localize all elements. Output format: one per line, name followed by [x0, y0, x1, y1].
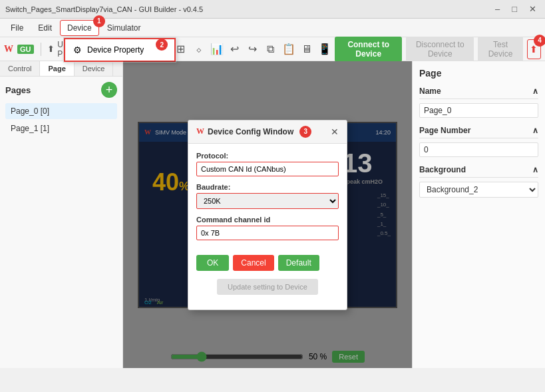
- app-title: Switch_Pages_SmartDisplay7via_CAN - GUI …: [5, 5, 203, 13]
- pages-title: Pages: [5, 85, 31, 95]
- protocol-input[interactable]: [196, 162, 339, 176]
- gu-logo: GU: [17, 45, 34, 54]
- device-property-badge: 2: [156, 39, 168, 51]
- tabs-row: Control Page Device: [0, 61, 122, 77]
- device-property-label: Device Property: [87, 45, 144, 55]
- protocol-label: Protocol:: [196, 152, 339, 160]
- chevron-up-icon3: ∧: [532, 165, 538, 174]
- redo-btn[interactable]: ↪: [245, 39, 260, 59]
- window-controls: – □ ✕: [492, 3, 540, 15]
- screen-btn[interactable]: 🖥: [299, 39, 314, 59]
- right-panel-title: Page: [419, 68, 538, 79]
- chevron-up-icon2: ∧: [532, 126, 538, 135]
- name-label: Name: [419, 87, 441, 96]
- background-section: Background ∧ Background_2 Background_1 B…: [419, 165, 538, 198]
- modal-body: Protocol: Baudrate: 250K 500K 1M 125K Co…: [188, 144, 347, 255]
- page-number-header: Page Number ∧: [419, 126, 538, 138]
- menu-file[interactable]: File: [4, 21, 30, 35]
- right-panel: Page Name ∧ Page Number ∧ Background ∧ B…: [412, 61, 545, 368]
- upload-icon: ⬆: [47, 44, 55, 54]
- screen2-btn[interactable]: 📱: [317, 39, 332, 59]
- name-input[interactable]: [419, 103, 538, 118]
- modal-footer: OK Cancel Default: [188, 255, 347, 279]
- page-number-input[interactable]: [419, 142, 538, 157]
- main-layout: Control Page Device Pages + Page_0 [0] P…: [0, 61, 545, 368]
- title-bar: Switch_Pages_SmartDisplay7via_CAN - GUI …: [0, 0, 545, 19]
- device-property-item[interactable]: ⚙ Device Property 2: [64, 38, 176, 62]
- minimize-button[interactable]: –: [492, 3, 503, 15]
- page-number-section: Page Number ∧: [419, 126, 538, 157]
- chart-icon-btn[interactable]: 📊: [209, 39, 224, 59]
- left-panel: Control Page Device Pages + Page_0 [0] P…: [0, 61, 123, 368]
- tab-device[interactable]: Device: [75, 61, 114, 76]
- device-dropdown: ⚙ Device Property 2: [63, 37, 176, 63]
- canvas-area: W SIMV Mode 14:20 40% 13 Fpeak cmH2O _15…: [123, 61, 412, 368]
- ok-button[interactable]: OK: [196, 255, 229, 271]
- baudrate-select[interactable]: 250K 500K 1M 125K: [196, 193, 339, 209]
- baudrate-row: 250K 500K 1M 125K: [196, 193, 339, 209]
- w-logo: W: [4, 44, 13, 55]
- pages-header: Pages +: [5, 82, 117, 98]
- modal-header: W Device Config Window 3 ✕: [188, 120, 347, 144]
- device-config-modal: W Device Config Window 3 ✕ Protocol: Bau…: [188, 120, 347, 310]
- page-item-1[interactable]: Page_1 [1]: [5, 120, 117, 136]
- test-device-button[interactable]: Test Device: [478, 37, 522, 62]
- background-label: Background: [419, 165, 466, 174]
- upload-badge: 4: [534, 35, 545, 47]
- maximize-button[interactable]: □: [508, 3, 520, 15]
- menu-simulator[interactable]: Simulator: [100, 21, 148, 35]
- command-channel-input[interactable]: [196, 226, 339, 240]
- menu-edit[interactable]: Edit: [31, 21, 59, 35]
- page-number-label: Page Number: [419, 126, 470, 135]
- toolbar-right: Connect to Device Disconnect to Device T…: [335, 37, 541, 62]
- cancel-button[interactable]: Cancel: [233, 255, 273, 271]
- background-header: Background ∧: [419, 165, 538, 178]
- add-page-button[interactable]: +: [101, 82, 117, 98]
- gear-icon: ⚙: [73, 45, 82, 55]
- paste-btn[interactable]: 📋: [281, 39, 296, 59]
- chevron-up-icon: ∧: [532, 87, 538, 96]
- menu-device[interactable]: Device 1: [60, 20, 99, 36]
- page-item-0[interactable]: Page_0 [0]: [5, 103, 117, 119]
- command-channel-label: Command channel id: [196, 216, 339, 224]
- menu-bar: File Edit Device 1 Simulator: [0, 19, 545, 37]
- device-menu-badge: 1: [93, 15, 105, 27]
- disconnect-button[interactable]: Disconnect to Device: [406, 37, 474, 62]
- modal-overlay: W Device Config Window 3 ✕ Protocol: Bau…: [123, 61, 412, 368]
- tab-page[interactable]: Page: [40, 61, 74, 76]
- sep1: [41, 43, 41, 56]
- tab-control[interactable]: Control: [0, 61, 40, 76]
- close-button[interactable]: ✕: [526, 3, 540, 15]
- distribute-icon-btn[interactable]: ⬦: [191, 39, 206, 59]
- modal-badge: 3: [299, 126, 311, 138]
- undo-btn[interactable]: ↩: [227, 39, 242, 59]
- modal-title: W Device Config Window 3: [196, 126, 309, 138]
- copy-btn[interactable]: ⧉: [263, 39, 278, 59]
- update-section: Update setting to Device: [188, 279, 347, 309]
- connect-button[interactable]: Connect to Device: [335, 37, 402, 62]
- modal-close-button[interactable]: ✕: [331, 126, 339, 137]
- pages-panel: Pages + Page_0 [0] Page_1 [1]: [0, 77, 122, 368]
- update-setting-button[interactable]: Update setting to Device: [217, 279, 318, 295]
- upload-project-button[interactable]: ⬆ 4: [527, 39, 541, 59]
- name-section: Name ∧: [419, 87, 538, 118]
- w-modal-logo: W: [196, 126, 204, 136]
- name-header: Name ∧: [419, 87, 538, 99]
- baudrate-label: Baudrate:: [196, 183, 339, 191]
- default-button[interactable]: Default: [278, 255, 319, 271]
- background-select[interactable]: Background_2 Background_1 Background_3: [419, 182, 538, 198]
